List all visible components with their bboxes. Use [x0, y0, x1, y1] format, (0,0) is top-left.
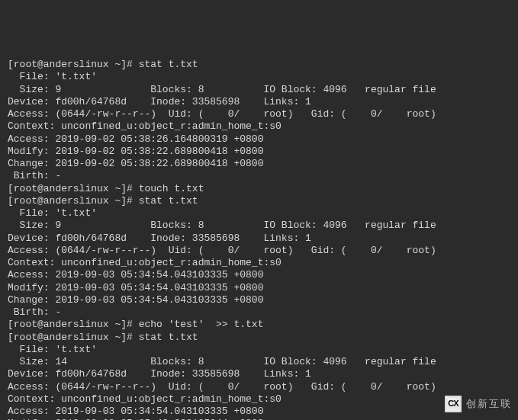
terminal-line: [root@anderslinux ~]# touch t.txt	[8, 183, 510, 195]
terminal-line: Modify: 2019-09-02 05:38:22.689800418 +0…	[8, 146, 510, 158]
terminal-line: Size: 14 Blocks: 8 IO Block: 4096 regula…	[8, 356, 510, 368]
terminal-line: Size: 9 Blocks: 8 IO Block: 4096 regular…	[8, 84, 510, 96]
terminal-line: Device: fd00h/64768d Inode: 33585698 Lin…	[8, 368, 510, 380]
terminal-line: Change: 2019-09-02 05:38:22.689800418 +0…	[8, 158, 510, 170]
terminal-line: [root@anderslinux ~]# echo 'test' >> t.t…	[8, 319, 510, 331]
terminal-line: Size: 9 Blocks: 8 IO Block: 4096 regular…	[8, 220, 510, 232]
terminal-line: Access: 2019-09-03 05:34:54.043103335 +0…	[8, 406, 510, 418]
watermark-logo-icon: CX	[445, 396, 462, 412]
terminal-line: Device: fd00h/64768d Inode: 33585698 Lin…	[8, 96, 510, 108]
terminal-line: [root@anderslinux ~]# stat t.txt	[8, 332, 510, 344]
terminal-line: File: 't.txt'	[8, 71, 510, 83]
terminal-line: [root@anderslinux ~]# stat t.txt	[8, 195, 510, 207]
terminal-line: Context: unconfined_u:object_r:admin_hom…	[8, 393, 510, 406]
watermark-text: 创新互联	[466, 398, 512, 410]
terminal-line: Access: (0644/-rw-r--r--) Uid: ( 0/ root…	[8, 381, 510, 393]
terminal-line: Context: unconfined_u:object_r:admin_hom…	[8, 120, 510, 133]
terminal-line: Modify: 2019-09-03 05:34:54.043103335 +0…	[8, 282, 510, 294]
terminal-line: File: 't.txt'	[8, 207, 510, 220]
terminal-line: Access: 2019-09-02 05:38:26.164800319 +0…	[8, 133, 510, 146]
terminal-line: [root@anderslinux ~]# stat t.txt	[8, 59, 510, 71]
terminal-line: File: 't.txt'	[8, 344, 510, 356]
terminal-line: Birth: -	[8, 170, 510, 182]
terminal-line: Device: fd00h/64768d Inode: 33585698 Lin…	[8, 232, 510, 245]
terminal-line: Access: (0644/-rw-r--r--) Uid: ( 0/ root…	[8, 108, 510, 120]
watermark: CX 创新互联	[445, 396, 512, 412]
terminal-line: Change: 2019-09-03 05:34:54.043103335 +0…	[8, 294, 510, 306]
terminal-line: Birth: -	[8, 306, 510, 319]
terminal-line: Access: 2019-09-03 05:34:54.043103335 +0…	[8, 269, 510, 281]
terminal-line: Access: (0644/-rw-r--r--) Uid: ( 0/ root…	[8, 245, 510, 257]
terminal-output[interactable]: [root@anderslinux ~]# stat t.txt File: '…	[8, 59, 510, 420]
terminal-line: Context: unconfined_u:object_r:admin_hom…	[8, 257, 510, 269]
